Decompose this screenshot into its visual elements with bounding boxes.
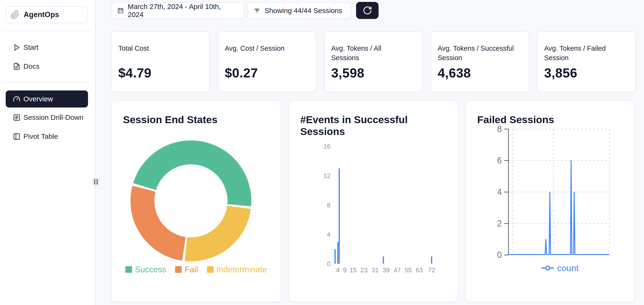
stat-card-total-cost: Total Cost $4.79 [111,31,210,92]
paperclip-logo-icon [10,10,20,20]
stat-label: Avg. Cost / Session [225,44,303,53]
histogram-bar[interactable] [334,249,336,264]
refresh-icon [363,6,372,15]
app-title: AgentOps [24,11,59,19]
legend-item-indeterminate[interactable]: Indeterminate [207,265,267,274]
legend-swatch [175,266,182,273]
y-axis-tick-label: 6 [497,156,502,165]
stat-value: $4.79 [118,65,152,81]
sidebar-item-session-drill-down[interactable]: Session Drill-Down [0,109,96,126]
play-icon [13,44,20,51]
x-axis-tick-label: 55 [404,267,412,274]
file-text-icon [13,63,20,70]
sidebar-item-overview[interactable]: Overview [6,91,88,108]
legend-label: Success [135,265,166,274]
donut-legend: Success Fail Indeterminate [112,265,281,274]
sidebar-divider [2,31,92,31]
app-logo: AgentOps [6,6,88,23]
legend-label: Fail [184,265,198,274]
list-icon [13,114,20,121]
sidebar-item-label: Docs [24,62,40,70]
legend-swatch [126,266,132,273]
sidebar-item-start[interactable]: Start [0,39,96,55]
x-axis-tick-label: 15 [350,267,356,274]
y-axis-tick-label: 0 [327,260,330,267]
x-axis-tick-label: 23 [360,267,368,274]
sidebar: AgentOps Start Docs Overview [0,0,96,305]
x-axis-tick-label: 31 [372,267,378,274]
stat-card-avg-tokens-successful: Avg. Tokens / Successful Session 4,638 [430,31,529,92]
stat-label: Avg. Tokens / Successful Session [438,44,516,63]
legend-item-success[interactable]: Success [126,265,166,274]
legend-label: Indeterminate [216,265,267,274]
sessions-filter-button[interactable]: Showing 44/44 Sessions [248,2,351,19]
stat-label: Avg. Tokens / Failed Session [544,44,622,63]
histogram-bar[interactable] [431,256,432,264]
count-line[interactable] [509,161,610,254]
stat-label: Total Cost [118,44,196,53]
donut-slice-fail[interactable] [142,189,184,249]
stat-label: Avg. Tokens / All Sessions [331,44,409,63]
donut-slice-success[interactable] [144,152,240,205]
x-axis-tick-label: 9 [343,267,346,274]
legend-label-count[interactable]: count [557,263,579,273]
y-axis-tick-label: 0 [497,250,502,260]
sidebar-item-label: Overview [24,95,53,103]
legend-swatch [207,266,214,273]
sidebar-resize-handle[interactable] [92,178,99,186]
events-histogram-chart[interactable]: 0481216491523313947556372 [289,101,459,303]
x-axis-tick-label: 4 [336,267,340,274]
histogram-bar[interactable] [338,168,340,264]
sidebar-divider [2,82,92,83]
panel-left-icon [13,133,20,140]
x-axis-tick-label: 72 [428,267,435,274]
histogram-bar[interactable] [338,242,338,264]
y-axis-tick-label: 8 [497,124,502,134]
sidebar-item-label: Pivot Table [24,132,58,140]
sessions-filter-label: Showing 44/44 Sessions [264,7,342,15]
y-axis-tick-label: 2 [497,219,502,228]
y-axis-tick-label: 12 [324,172,330,179]
failed-sessions-card: Failed Sessions 02468count [465,100,635,302]
stat-card-avg-cost-session: Avg. Cost / Session $0.27 [218,31,316,92]
session-end-states-card: Session End States Success Fail Indeterm… [111,100,281,302]
sidebar-item-label: Start [24,43,38,51]
stat-card-avg-tokens-all: Avg. Tokens / All Sessions 3,598 [324,31,423,92]
donut-slice-indeterminate[interactable] [186,207,239,249]
calendar-icon [117,7,124,14]
sidebar-item-pivot-table[interactable]: Pivot Table [0,128,96,144]
date-range-button[interactable]: March 27th, 2024 - April 10th, 2024 [111,2,244,19]
stat-value: 3,856 [544,65,577,81]
failed-sessions-line-chart[interactable]: 02468count [466,101,636,303]
stat-value: $0.27 [225,65,258,81]
y-axis-tick-label: 4 [327,231,330,238]
refresh-button[interactable] [356,2,378,19]
stat-value: 4,638 [438,65,471,81]
y-axis-tick-label: 4 [497,187,502,197]
histogram-bar[interactable] [383,256,384,264]
y-axis-tick-label: 16 [324,143,330,150]
stat-card-avg-tokens-failed: Avg. Tokens / Failed Session 3,856 [537,31,636,92]
gauge-icon [13,95,20,103]
date-range-label: March 27th, 2024 - April 10th, 2024 [128,3,238,19]
x-axis-tick-label: 39 [382,267,390,274]
legend-item-fail[interactable]: Fail [175,265,198,274]
sidebar-item-docs[interactable]: Docs [0,58,96,74]
legend-marker-circle [546,266,550,270]
x-axis-tick-label: 63 [416,267,423,274]
y-axis-tick-label: 8 [327,202,330,209]
x-axis-tick-label: 47 [394,267,401,274]
filter-icon [254,7,260,14]
sidebar-item-label: Session Drill-Down [24,113,83,122]
events-histogram-card: #Events in Successful Sessions 048121649… [288,100,458,302]
stat-value: 3,598 [331,65,364,81]
